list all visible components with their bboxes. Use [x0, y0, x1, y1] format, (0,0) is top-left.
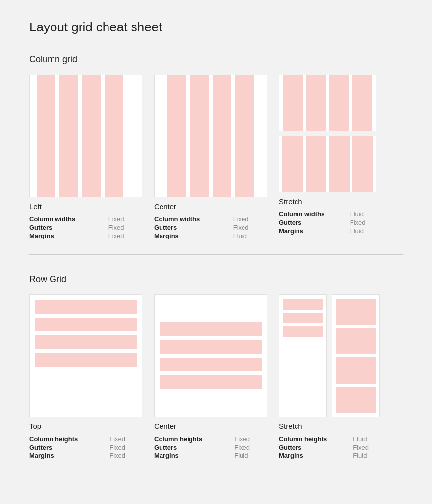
row-grid-stretch-preview-right: [332, 294, 380, 417]
prop-key: Column widths: [154, 215, 218, 223]
prop-key: Gutters: [154, 444, 219, 451]
prop-key: Gutters: [279, 444, 338, 451]
page-title: Layout grid cheat sheet: [29, 20, 403, 35]
row-grid-stretch-label: Stretch Column heights Fluid Gutters Fix…: [279, 422, 380, 459]
column-grid-left-preview: [29, 75, 142, 197]
prop-key: Column heights: [154, 435, 219, 443]
row-grid-preview-row: Top Column heights Fixed Gutters Fixed M…: [29, 294, 403, 459]
column-grid-center-props: Column widths Fixed Gutters Fixed Margin…: [154, 215, 267, 239]
prop-key: Margins: [29, 452, 95, 459]
prop-key: Gutters: [279, 219, 335, 226]
prop-key: Gutters: [154, 224, 218, 231]
row-grid-top-title: Top: [29, 422, 142, 430]
row-grid-section: Row Grid Top: [29, 274, 403, 459]
column-grid-left-title: Left: [29, 202, 142, 211]
column-grid-stretch-props: Column widths Fluid Gutters Fixed Margin…: [279, 211, 376, 235]
prop-val: Fluid: [353, 435, 380, 443]
row-grid-center-group: Center Column heights Fixed Gutters Fixe…: [154, 294, 267, 459]
row-grid-stretch-group: Stretch Column heights Fluid Gutters Fix…: [279, 294, 380, 459]
column-grid-stretch-preview-bottom: [279, 136, 376, 192]
prop-val: Fixed: [108, 224, 142, 231]
prop-val: Fixed: [108, 215, 142, 223]
prop-key: Column heights: [29, 435, 95, 443]
column-grid-left-props: Column widths Fixed Gutters Fixed Margin…: [29, 215, 142, 239]
prop-val: Fluid: [350, 227, 376, 235]
column-grid-left-label: Left Column widths Fixed Gutters Fixed M…: [29, 202, 142, 239]
row-grid-center-title: Center: [154, 422, 267, 430]
row-grid-center-label: Center Column heights Fixed Gutters Fixe…: [154, 422, 267, 459]
prop-key: Column widths: [279, 211, 335, 218]
row-grid-center-preview: [154, 294, 267, 417]
prop-val: Fluid: [353, 452, 380, 459]
prop-val: Fixed: [234, 444, 267, 451]
prop-val: Fixed: [233, 215, 267, 223]
row-grid-stretch-previews: [279, 294, 380, 417]
prop-val: Fixed: [108, 232, 142, 239]
page: Layout grid cheat sheet Column grid: [0, 0, 432, 494]
row-grid-top-props: Column heights Fixed Gutters Fixed Margi…: [29, 435, 142, 459]
column-grid-stretch-label: Stretch Column widths Fluid Gutters Fixe…: [279, 197, 376, 235]
row-grid-top-group: Top Column heights Fixed Gutters Fixed M…: [29, 294, 142, 459]
prop-val: Fluid: [350, 211, 376, 218]
column-grid-title: Column grid: [29, 54, 403, 65]
prop-key: Margins: [154, 452, 219, 459]
prop-val: Fixed: [109, 435, 142, 443]
column-grid-section: Column grid: [29, 54, 403, 239]
prop-val: Fixed: [353, 444, 380, 451]
column-grid-center-title: Center: [154, 202, 267, 211]
prop-val: Fixed: [234, 435, 267, 443]
prop-key: Margins: [154, 232, 218, 239]
prop-key: Margins: [279, 452, 338, 459]
column-grid-stretch-group: Stretch Column widths Fluid Gutters Fixe…: [279, 75, 376, 239]
prop-key: Column widths: [29, 215, 94, 223]
row-grid-title: Row Grid: [29, 274, 403, 285]
prop-key: Gutters: [29, 224, 94, 231]
prop-val: Fluid: [234, 452, 267, 459]
column-grid-left-group: Left Column widths Fixed Gutters Fixed M…: [29, 75, 142, 239]
column-grid-center-preview: [154, 75, 267, 197]
row-grid-stretch-preview-left: [279, 294, 327, 417]
row-grid-center-props: Column heights Fixed Gutters Fixed Margi…: [154, 435, 267, 459]
prop-key: Margins: [279, 227, 335, 235]
column-grid-stretch-title: Stretch: [279, 197, 376, 206]
prop-key: Column heights: [279, 435, 338, 443]
prop-val: Fixed: [109, 452, 142, 459]
column-grid-stretch-preview-top: [279, 75, 376, 131]
row-grid-top-label: Top Column heights Fixed Gutters Fixed M…: [29, 422, 142, 459]
prop-key: Gutters: [29, 444, 95, 451]
prop-val: Fixed: [350, 219, 376, 226]
row-grid-stretch-props: Column heights Fluid Gutters Fixed Margi…: [279, 435, 380, 459]
column-grid-preview-row: Left Column widths Fixed Gutters Fixed M…: [29, 75, 403, 239]
column-grid-center-label: Center Column widths Fixed Gutters Fixed…: [154, 202, 267, 239]
prop-val: Fixed: [109, 444, 142, 451]
prop-val: Fluid: [233, 232, 267, 239]
section-divider: [29, 254, 403, 255]
prop-val: Fixed: [233, 224, 267, 231]
column-grid-stretch-previews: [279, 75, 376, 192]
row-grid-top-preview: [29, 294, 142, 417]
prop-key: Margins: [29, 232, 94, 239]
row-grid-stretch-title: Stretch: [279, 422, 380, 430]
column-grid-center-group: Center Column widths Fixed Gutters Fixed…: [154, 75, 267, 239]
